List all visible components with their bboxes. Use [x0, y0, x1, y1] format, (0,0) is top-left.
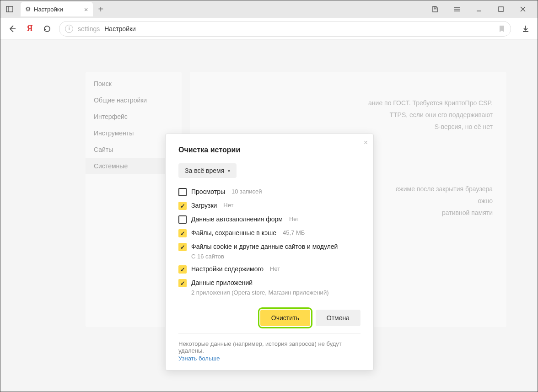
check-row: Данные автозаполнения формНет — [178, 215, 360, 224]
check-row: ЗагрузкиНет — [178, 202, 360, 210]
checkbox[interactable] — [178, 188, 187, 196]
content-area: Поиск Общие настройки Интерфейс Инструме… — [0, 40, 538, 392]
tab-bar: ⚙ Настройки × + — [0, 0, 538, 18]
close-window-button[interactable] — [516, 3, 529, 16]
checkbox[interactable] — [178, 243, 187, 251]
address-title: Настройки — [104, 25, 136, 32]
close-tab-icon[interactable]: × — [84, 5, 88, 13]
check-sublabel: Нет — [223, 202, 233, 209]
clear-options-list: Просмотры10 записейЗагрузкиНетДанные авт… — [178, 188, 360, 296]
sidebar-item-general[interactable]: Общие настройки — [86, 92, 182, 108]
svg-rect-0 — [6, 6, 13, 12]
clear-button[interactable]: Очистить — [260, 310, 310, 326]
tab-title: Настройки — [34, 6, 63, 13]
check-subline: 2 приложения (Opera store, Магазин прило… — [191, 289, 360, 296]
check-sublabel: 10 записей — [231, 188, 262, 195]
minimize-button[interactable] — [473, 3, 485, 16]
checkbox[interactable] — [178, 215, 187, 224]
window-controls — [429, 3, 535, 16]
check-row: Файлы cookie и другие данные сайтов и мо… — [178, 243, 360, 251]
check-sublabel: Нет — [289, 215, 299, 222]
clear-history-modal: × Очистка истории За всё время ▾ Просмот… — [165, 134, 374, 371]
sidebar-toggle-icon[interactable] — [3, 3, 16, 16]
address-bar[interactable]: i settings Настройки — [59, 21, 511, 37]
check-label: Настройки содержимого — [191, 265, 264, 273]
check-row: Файлы, сохраненные в кэше45,7 МБ — [178, 229, 360, 237]
learn-more-link[interactable]: Узнать больше — [178, 355, 360, 362]
browser-window: ⚙ Настройки × + Я — [0, 0, 538, 392]
check-label: Данные автозаполнения форм — [191, 215, 283, 223]
check-row: Просмотры10 записей — [178, 188, 360, 196]
checkbox[interactable] — [178, 229, 187, 237]
time-range-select[interactable]: За всё время ▾ — [178, 163, 237, 178]
modal-footer: Некоторые данные (например, история запр… — [178, 333, 360, 362]
check-sublabel: 45,7 МБ — [283, 229, 305, 236]
check-label: Файлы cookie и другие данные сайтов и мо… — [191, 243, 338, 250]
sidebar-item-interface[interactable]: Интерфейс — [86, 108, 182, 125]
check-label: Файлы, сохраненные в кэше — [191, 229, 276, 236]
downloads-button[interactable] — [520, 23, 531, 34]
maximize-button[interactable] — [495, 3, 507, 16]
check-label: Загрузки — [191, 202, 217, 209]
modal-title: Очистка истории — [178, 146, 360, 154]
reload-button[interactable] — [42, 23, 53, 34]
modal-actions: Очистить Отмена — [178, 310, 360, 326]
close-modal-icon[interactable]: × — [364, 139, 368, 147]
checkbox[interactable] — [178, 202, 187, 210]
check-row: Данные приложений — [178, 279, 360, 287]
checkbox[interactable] — [178, 265, 187, 274]
check-label: Просмотры — [191, 188, 225, 195]
site-info-icon[interactable]: i — [65, 25, 73, 33]
check-sublabel: Нет — [270, 265, 280, 272]
check-subline: С 16 сайтов — [191, 253, 360, 260]
yandex-icon[interactable]: Я — [24, 23, 35, 34]
menu-icon[interactable] — [451, 3, 463, 16]
back-button[interactable] — [7, 23, 18, 34]
sidebar-item-search[interactable]: Поиск — [86, 75, 182, 92]
bg-text: ание по ГОСТ. Требуется КриптоПро CSP. — [204, 99, 493, 107]
svg-rect-6 — [499, 7, 503, 11]
chevron-down-icon: ▾ — [228, 168, 230, 173]
bookmark-icon[interactable] — [499, 25, 505, 32]
time-range-label: За всё время — [185, 167, 224, 174]
gear-icon: ⚙ — [25, 5, 31, 13]
bg-text: TTPS, если они его поддерживают — [204, 111, 493, 118]
toolbar: Я i settings Настройки — [0, 18, 538, 40]
bookmark-all-icon[interactable] — [429, 3, 441, 16]
bg-text: S-версия, но её нет — [204, 123, 493, 130]
cancel-button[interactable]: Отмена — [316, 310, 360, 326]
new-tab-button[interactable]: + — [98, 4, 104, 15]
address-protocol: settings — [78, 25, 100, 32]
checkbox[interactable] — [178, 279, 187, 287]
footer-text: Некоторые данные (например, история запр… — [178, 340, 342, 354]
check-label: Данные приложений — [191, 279, 253, 286]
active-tab[interactable]: ⚙ Настройки × — [21, 2, 93, 16]
check-row: Настройки содержимогоНет — [178, 265, 360, 274]
